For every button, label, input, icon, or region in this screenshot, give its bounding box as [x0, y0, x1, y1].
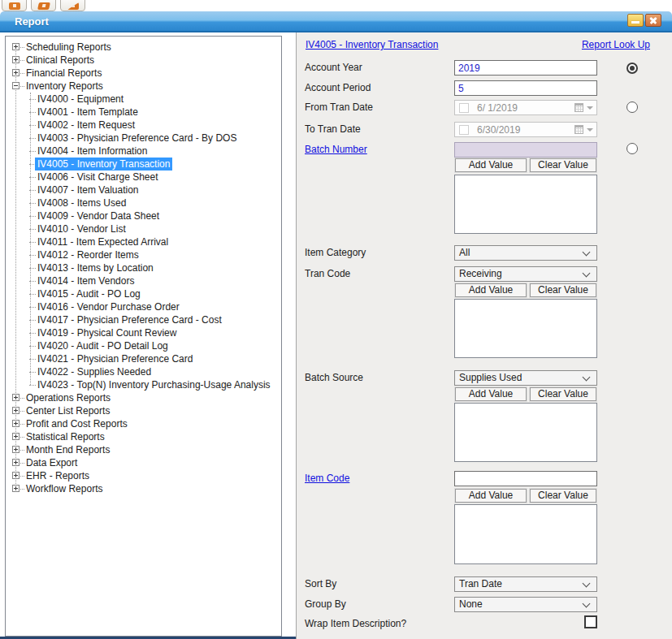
group-by-select[interactable]: None — [454, 597, 597, 612]
expand-plus-icon[interactable] — [12, 394, 20, 401]
tree-item[interactable]: IV4002 - Item Request — [6, 119, 281, 132]
tree-item[interactable]: IV4023 - Top(N) Inventory Purchasing-Usa… — [6, 378, 281, 391]
minimize-button[interactable] — [627, 14, 644, 27]
tree-item-label[interactable]: IV4022 - Supplies Needed — [35, 365, 154, 378]
item-code-listbox[interactable] — [454, 504, 597, 564]
account-period-input[interactable] — [454, 80, 597, 96]
item-code-link[interactable]: Item Code — [305, 473, 349, 485]
tree-item[interactable]: IV4016 - Vendor Purchase Order — [6, 300, 281, 313]
tree-item[interactable]: IV4003 - Physician Preference Card - By … — [6, 132, 281, 145]
tree-item-label[interactable]: IV4001 - Item Template — [35, 106, 141, 119]
expand-plus-icon[interactable] — [12, 446, 20, 453]
tree-item-label[interactable]: Center List Reports — [24, 404, 112, 417]
tree-item-label[interactable]: IV4019 - Physical Count Review — [35, 326, 179, 339]
tree-item-label[interactable]: IV4015 - Audit - PO Log — [35, 287, 143, 300]
tran-date-radio[interactable] — [626, 101, 638, 113]
tree-item[interactable]: IV4009 - Vendor Data Sheet — [6, 209, 281, 222]
tree-item[interactable]: Financial Reports — [6, 67, 281, 80]
export-icon[interactable] — [60, 0, 85, 11]
report-lookup-link[interactable]: Report Look Up — [582, 39, 650, 50]
copy-icon[interactable] — [31, 0, 56, 11]
tree-item[interactable]: Month End Reports — [6, 443, 281, 456]
batch-add-value-button[interactable]: Add Value — [455, 158, 527, 172]
tree-item-label[interactable]: IV4010 - Vendor List — [35, 222, 128, 235]
tree-item-label[interactable]: IV4004 - Item Information — [35, 145, 150, 158]
tree-item-label[interactable]: IV4021 - Physician Preference Card — [35, 352, 195, 365]
from-tran-date-picker[interactable]: 6/ 1/2019 — [454, 100, 597, 115]
tree-item[interactable]: IV4004 - Item Information — [6, 145, 281, 158]
tree-item-label[interactable]: IV4009 - Vendor Data Sheet — [35, 209, 162, 222]
tree-item[interactable]: IV4017 - Physician Preference Card - Cos… — [6, 313, 281, 326]
expand-plus-icon[interactable] — [12, 459, 20, 466]
tree-item-label[interactable]: Workflow Reports — [24, 482, 105, 495]
tree-item-label[interactable]: Inventory Reports — [24, 80, 106, 93]
item-code-input[interactable] — [454, 471, 597, 486]
tran-code-select[interactable]: Receiving — [454, 266, 597, 282]
tree-item-label[interactable]: IV4008 - Items Used — [35, 196, 128, 209]
report-title-link[interactable]: IV4005 - Inventory Transaction — [306, 39, 438, 50]
tree-item-label[interactable]: IV4014 - Item Vendors — [35, 274, 137, 287]
tree-item[interactable]: IV4007 - Item Valuation — [6, 183, 281, 196]
tree-item-label[interactable]: IV4011 - Item Expected Arrival — [35, 235, 171, 248]
tree-item-label[interactable]: IV4006 - Visit Charge Sheet — [35, 171, 161, 183]
tree-item-label[interactable]: IV4013 - Items by Location — [35, 261, 156, 274]
itemcode-clear-value-button[interactable]: Clear Value — [530, 489, 596, 503]
expand-plus-icon[interactable] — [12, 407, 20, 414]
tree-item-label[interactable]: IV4003 - Physician Preference Card - By … — [35, 132, 239, 145]
tree-item[interactable]: IV4011 - Item Expected Arrival — [6, 235, 281, 248]
tree-item-label[interactable]: Statistical Reports — [24, 430, 107, 443]
expand-plus-icon[interactable] — [12, 485, 20, 492]
batch-clear-value-button[interactable]: Clear Value — [530, 158, 596, 172]
tree-item-label[interactable]: IV4000 - Equipment — [35, 93, 126, 106]
account-year-input[interactable] — [454, 60, 597, 76]
tree-item[interactable]: IV4014 - Item Vendors — [6, 274, 281, 287]
tree-item-label[interactable]: Clinical Reports — [24, 54, 97, 67]
tree-item[interactable]: IV4010 - Vendor List — [6, 222, 281, 235]
tree-item[interactable]: IV4015 - Audit - PO Log — [6, 287, 281, 300]
wrap-item-description-checkbox[interactable] — [584, 615, 597, 628]
tree-item[interactable]: IV4013 - Items by Location — [6, 261, 281, 274]
tree-item-label[interactable]: Profit and Cost Reports — [24, 417, 130, 430]
batch-number-radio[interactable] — [626, 143, 638, 154]
batchsource-clear-value-button[interactable]: Clear Value — [530, 387, 596, 401]
tree-item[interactable]: IV4019 - Physical Count Review — [6, 326, 281, 339]
tree-item-label[interactable]: Data Export — [24, 456, 80, 469]
to-tran-date-picker[interactable]: 6/30/2019 — [454, 122, 597, 137]
tree-item[interactable]: IV4020 - Audit - PO Detail Log — [6, 339, 281, 352]
tree-item[interactable]: Inventory Reports — [6, 80, 281, 93]
tree-item-label[interactable]: IV4016 - Vendor Purchase Order — [35, 300, 182, 313]
tree-item[interactable]: IV4021 - Physician Preference Card — [6, 352, 281, 365]
tree-item[interactable]: Profit and Cost Reports — [6, 417, 281, 430]
from-date-checkbox[interactable] — [459, 103, 469, 113]
tree-item-label[interactable]: IV4023 - Top(N) Inventory Purchasing-Usa… — [35, 378, 273, 391]
calendar-dropdown-arrow[interactable] — [587, 128, 593, 132]
expand-plus-icon[interactable] — [12, 69, 20, 76]
tree-item-label[interactable]: Operations Reports — [24, 391, 113, 404]
calendar-dropdown-arrow[interactable] — [587, 106, 593, 110]
tree-item[interactable]: EHR - Reports — [6, 469, 281, 482]
tree-item-label[interactable]: IV4012 - Reorder Items — [35, 248, 141, 261]
close-button[interactable] — [645, 14, 661, 27]
tree-item[interactable]: Workflow Reports — [6, 482, 281, 495]
expand-plus-icon[interactable] — [12, 472, 20, 479]
tree-item[interactable]: IV4005 - Inventory Transaction — [6, 158, 281, 171]
batch-number-input[interactable] — [454, 142, 597, 158]
tree-item[interactable]: IV4006 - Visit Charge Sheet — [6, 171, 281, 183]
tree-item-label[interactable]: EHR - Reports — [24, 469, 92, 482]
tree-item[interactable]: IV4008 - Items Used — [6, 196, 281, 209]
itemcode-add-value-button[interactable]: Add Value — [455, 489, 527, 503]
tree-item-label[interactable]: IV4020 - Audit - PO Detail Log — [35, 339, 171, 352]
tree-item-label[interactable]: Scheduling Reports — [24, 41, 114, 54]
tree-item-label[interactable]: Financial Reports — [24, 67, 104, 80]
batch-number-link[interactable]: Batch Number — [305, 144, 367, 156]
tree-item[interactable]: Clinical Reports — [6, 54, 281, 67]
report-tree[interactable]: Scheduling ReportsClinical ReportsFinanc… — [5, 36, 282, 637]
account-year-radio[interactable] — [626, 63, 638, 74]
tree-item[interactable]: Scheduling Reports — [6, 41, 281, 54]
to-date-checkbox[interactable] — [459, 125, 469, 135]
batch-source-listbox[interactable] — [454, 403, 597, 462]
expand-plus-icon[interactable] — [12, 420, 20, 427]
tree-item[interactable]: IV4022 - Supplies Needed — [6, 365, 281, 378]
expand-plus-icon[interactable] — [12, 43, 20, 50]
expand-plus-icon[interactable] — [12, 56, 20, 63]
